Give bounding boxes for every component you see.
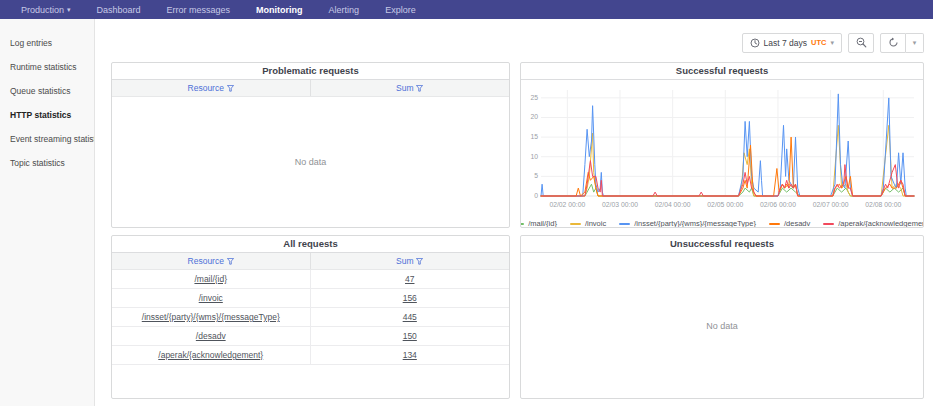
x-axis-tick-label: 02/06 00:00 [760,201,796,208]
chevron-down-icon: ▾ [830,39,834,47]
clock-icon [750,38,760,48]
resource-cell: /insset/{party}/{wms}/{messageType} [112,308,311,326]
panel-title: Unsuccessful requests [521,236,923,253]
legend-label: /desadv [784,219,810,228]
column-header-resource[interactable]: Resource [112,80,311,96]
panel-title: All requests [112,236,509,253]
circular-arrows-icon [888,37,899,48]
legend-color-dash [823,223,834,225]
nav-item-alerting[interactable]: Alerting [316,5,373,15]
sidebar-item-http-statistics[interactable]: HTTP statistics [0,103,94,127]
refresh-interval-dropdown[interactable]: ▾ [906,33,924,53]
filter-icon [227,85,234,92]
legend-label: /aperak/{acknowledgement} [838,219,924,228]
legend-item[interactable]: /aperak/{acknowledgement} [823,219,924,228]
panel-all-requests: All requests Resource Sum /mail/{id} 47 [111,235,510,399]
resource-link[interactable]: /insset/{party}/{wms}/{messageType} [142,312,280,322]
y-axis-tick-label: 25 [530,94,538,101]
sidebar-item-queue-statistics[interactable]: Queue statistics [0,79,94,103]
sidebar-item-runtime-statistics[interactable]: Runtime statistics [0,55,94,79]
top-nav-bar: Production ▾ Dashboard Error messages Mo… [0,0,933,19]
sidebar-item-topic-statistics[interactable]: Topic statistics [0,151,94,175]
nav-item-monitoring[interactable]: Monitoring [243,5,316,15]
sum-link[interactable]: 445 [403,312,417,322]
y-axis-tick-label: 10 [530,153,538,160]
legend-color-dash [520,223,524,225]
no-data-message: No data [521,253,923,398]
sidebar-item-event-streaming-statistics[interactable]: Event streaming statistics [0,127,94,151]
x-axis-tick-label: 02/05 00:00 [707,201,743,208]
chart-area[interactable]: 051015202502/02 00:0002/03 00:0002/04 00… [521,80,923,216]
x-axis-tick-label: 02/07 00:00 [813,201,849,208]
panel-unsuccessful-requests: Unsuccessful requests No data [520,235,924,399]
main-content: Last 7 days UTC ▾ ▾ [95,19,933,406]
legend-color-dash [769,223,780,225]
column-header-sum[interactable]: Sum [311,80,510,96]
panel-title: Successful requests [521,63,923,80]
sum-link[interactable]: 156 [403,293,417,303]
resource-link[interactable]: /desadv [196,331,226,341]
sum-cell: 134 [311,346,510,364]
sidebar-item-log-entries[interactable]: Log entries [0,31,94,55]
chart-series-line [541,125,914,196]
table-row: /aperak/{acknowledgement} 134 [112,346,509,365]
nav-item-label: Production [21,5,64,15]
legend-item[interactable]: /invoic [570,219,606,228]
sum-link[interactable]: 47 [405,274,414,284]
line-chart[interactable]: 051015202502/02 00:0002/03 00:0002/04 00… [523,82,919,212]
sum-cell: 150 [311,327,510,345]
y-axis-tick-label: 15 [530,133,538,140]
y-axis-tick-label: 20 [530,113,538,120]
y-axis-tick-label: 0 [534,192,538,199]
legend-item[interactable]: /mail/{id} [520,219,557,228]
panel-successful-requests: Successful requests 051015202502/02 00:0… [520,62,924,228]
column-label: Resource [188,83,224,93]
column-header-resource[interactable]: Resource [112,253,311,269]
no-data-message: No data [112,97,509,227]
nav-item-error-messages[interactable]: Error messages [154,5,244,15]
nav-item-production[interactable]: Production ▾ [8,5,84,15]
nav-item-dashboard[interactable]: Dashboard [84,5,154,15]
column-label: Sum [396,83,413,93]
table-header-row: Resource Sum [112,80,509,97]
column-label: Sum [396,256,413,266]
refresh-split-button: ▾ [880,33,924,53]
time-range-picker[interactable]: Last 7 days UTC ▾ [742,33,842,53]
timezone-label: UTC [811,38,826,47]
chevron-down-icon: ▾ [67,6,71,13]
y-axis-tick-label: 5 [534,172,538,179]
nav-item-explore[interactable]: Explore [372,5,429,15]
refresh-button[interactable] [880,33,906,53]
resource-link[interactable]: /aperak/{acknowledgement} [158,350,263,360]
page-body: Log entries Runtime statistics Queue sta… [0,19,933,406]
legend-item[interactable]: /insset/{party}/{wms}/{messageType} [619,219,756,228]
sum-link[interactable]: 134 [403,350,417,360]
chevron-down-icon: ▾ [913,39,917,47]
resource-cell: /desadv [112,327,311,345]
table-row: /desadv 150 [112,327,509,346]
resource-cell: /aperak/{acknowledgement} [112,346,311,364]
legend-color-dash [570,223,581,225]
resource-link[interactable]: /mail/{id} [194,274,227,284]
legend-item[interactable]: /desadv [769,219,810,228]
legend-label: /insset/{party}/{wms}/{messageType} [634,219,756,228]
x-axis-tick-label: 02/04 00:00 [655,201,691,208]
sidebar: Log entries Runtime statistics Queue sta… [0,19,95,406]
panel-title: Problematic requests [112,63,509,80]
zoom-out-button[interactable] [848,33,874,53]
legend-label: /mail/{id} [528,219,557,228]
x-axis-tick-label: 02/02 00:00 [549,201,585,208]
column-header-sum[interactable]: Sum [311,253,510,269]
sum-link[interactable]: 150 [403,331,417,341]
x-axis-tick-label: 02/08 00:00 [865,201,901,208]
table-row: /mail/{id} 47 [112,270,509,289]
magnifier-minus-icon [856,37,867,48]
time-controls: Last 7 days UTC ▾ ▾ [111,19,924,62]
filter-icon [416,85,423,92]
sum-cell: 47 [311,270,510,288]
sum-cell: 156 [311,289,510,307]
resource-link[interactable]: /invoic [199,293,223,303]
filter-icon [227,258,234,265]
table-header-row: Resource Sum [112,253,509,270]
table-row: /invoic 156 [112,289,509,308]
